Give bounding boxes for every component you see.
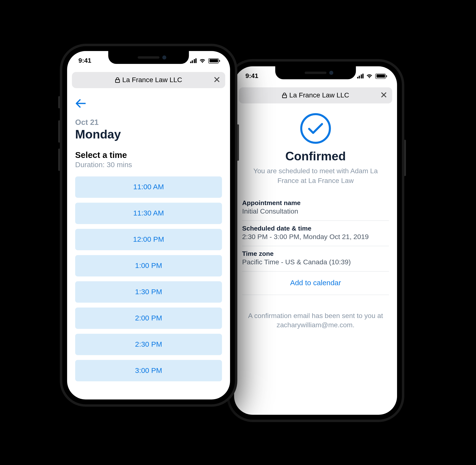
lock-icon	[282, 93, 287, 98]
detail-label: Appointment name	[242, 199, 389, 207]
wifi-icon	[366, 74, 373, 78]
status-time: 9:41	[78, 57, 91, 64]
address-bar[interactable]: La France Law LLC ✕	[239, 87, 392, 103]
detail-label: Time zone	[242, 250, 389, 257]
detail-value: Pacific Time - US & Canada (10:39)	[242, 258, 389, 266]
address-bar[interactable]: La France Law LLC ✕	[72, 72, 225, 88]
detail-timezone: Time zone Pacific Time - US & Canada (10…	[242, 246, 389, 272]
detail-date-time: Scheduled date & time 2:30 PM - 3:00 PM,…	[242, 221, 389, 246]
back-arrow-icon[interactable]	[75, 98, 222, 111]
site-name: La France Law LLC	[122, 76, 182, 84]
time-slot[interactable]: 11:00 AM	[75, 176, 222, 198]
detail-value: 2:30 PM - 3:00 PM, Monday Oct 21, 2019	[242, 233, 389, 241]
time-slot[interactable]: 2:00 PM	[75, 307, 222, 329]
close-icon[interactable]: ✕	[380, 90, 387, 101]
notch	[108, 51, 189, 64]
detail-value: Initial Consultation	[242, 207, 389, 215]
notch	[275, 66, 356, 79]
detail-label: Scheduled date & time	[242, 225, 389, 232]
phone-confirmation: 9:41 La France Law LLC	[227, 59, 404, 422]
confirmed-subtitle: You are scheduled to meet with Adam La F…	[242, 166, 389, 186]
confirmed-title: Confirmed	[242, 149, 389, 163]
battery-icon	[375, 73, 386, 79]
duration-label: Duration: 30 mins	[75, 161, 222, 169]
signal-icon	[190, 58, 196, 63]
signal-icon	[357, 74, 363, 78]
date-label: Oct 21	[75, 118, 222, 127]
time-slot[interactable]: 12:00 PM	[75, 229, 222, 250]
check-circle-icon	[300, 113, 331, 144]
close-icon[interactable]: ✕	[213, 75, 220, 85]
wifi-icon	[199, 58, 206, 63]
day-label: Monday	[75, 127, 222, 141]
time-slot[interactable]: 2:30 PM	[75, 334, 222, 355]
site-name: La France Law LLC	[289, 91, 349, 99]
time-slot[interactable]: 11:30 AM	[75, 203, 222, 224]
select-time-heading: Select a time	[75, 150, 222, 160]
lock-icon	[115, 77, 120, 83]
phone-time-picker: 9:41 La France Law LLC	[60, 44, 237, 407]
detail-appointment-name: Appointment name Initial Consultation	[242, 195, 389, 221]
status-time: 9:41	[245, 72, 258, 80]
time-slot[interactable]: 3:00 PM	[75, 360, 222, 381]
battery-icon	[208, 58, 219, 63]
time-slot[interactable]: 1:30 PM	[75, 281, 222, 303]
time-slot[interactable]: 1:00 PM	[75, 255, 222, 276]
add-to-calendar-link[interactable]: Add to calendar	[242, 271, 389, 295]
email-confirmation-note: A confirmation email has been sent to yo…	[242, 311, 389, 330]
